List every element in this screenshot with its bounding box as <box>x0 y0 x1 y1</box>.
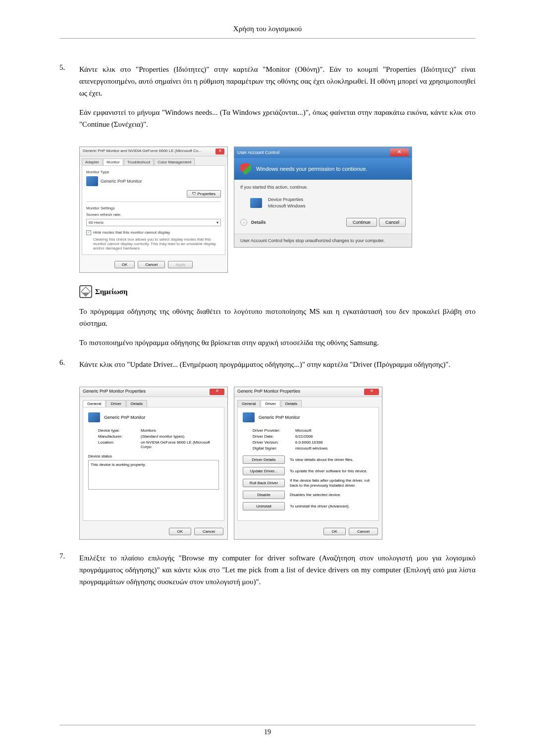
dialog-buttons: OK Cancel <box>80 524 227 539</box>
tab-driver[interactable]: Driver <box>106 400 125 407</box>
continue-button[interactable]: Continue <box>346 218 377 227</box>
location-label: Location: <box>98 440 138 449</box>
hide-modes-description: Clearing this check box allows you to se… <box>93 237 221 251</box>
dropdown-value: 60 Hertz <box>89 220 104 225</box>
screenshots-row-2: Generic PnP Monitor Properties ✕ General… <box>79 387 476 540</box>
provider-label: Driver Provider: <box>253 428 292 433</box>
uac-banner-text: Windows needs your permission to contion… <box>256 166 367 172</box>
driver-details-button[interactable]: Driver Details <box>243 455 285 464</box>
driver-buttons: Driver Details To view details about the… <box>243 455 374 510</box>
note-label: Σημείωση <box>95 288 128 296</box>
dialog-content: Monitor Type Generic PnP Monitor 🛡 Prope… <box>82 165 225 255</box>
tab-details[interactable]: Details <box>281 400 302 407</box>
paragraph: Το πρόγραμμα οδήγησης της οθόνης διαθέτε… <box>79 305 476 329</box>
cancel-button[interactable]: Cancel <box>379 218 406 227</box>
cancel-button[interactable]: Cancel <box>194 528 223 535</box>
uninstall-button[interactable]: Uninstall <box>243 502 285 510</box>
cancel-button[interactable]: Cancel <box>349 528 378 535</box>
version-label: Driver Version: <box>253 440 292 445</box>
monitor-name: Generic PnP Monitor <box>259 415 300 420</box>
device-status-label: Device status <box>88 454 219 458</box>
properties-button[interactable]: 🛡 Properties <box>187 190 221 198</box>
page-number: 19 <box>264 728 271 736</box>
tab-general[interactable]: General <box>237 400 260 407</box>
disable-desc: Disables the selected device. <box>290 493 341 498</box>
ok-button[interactable]: OK <box>114 261 135 268</box>
uac-body-text: If you started this action, continue. <box>240 185 406 190</box>
monitor-type-row: Generic PnP Monitor <box>86 176 221 186</box>
dialog-title: Generic PnP Monitor Properties <box>83 389 146 395</box>
dialog-content: Generic PnP Monitor Driver Provider: Mic… <box>237 407 379 521</box>
chevron-down-icon[interactable]: ⌄ <box>240 219 247 226</box>
date-value: 6/21/2006 <box>295 434 374 439</box>
device-type-label: Device type: <box>98 428 138 433</box>
tab-adapter[interactable]: Adapter <box>82 158 103 165</box>
signer-label: Digital Signer: <box>253 446 292 451</box>
close-icon[interactable]: ✕ <box>390 149 409 156</box>
tab-details[interactable]: Details <box>126 400 147 407</box>
manufacturer-label: Manufacturer: <box>98 434 138 439</box>
hide-modes-checkbox[interactable]: ✓ <box>86 230 91 235</box>
monitor-type-label: Monitor Type <box>86 170 221 174</box>
list-content: Κάντε κλικ στο "Properties (Ιδιότητες)" … <box>79 63 476 138</box>
note-icon <box>79 285 92 298</box>
monitor-name: Generic PnP Monitor <box>101 179 142 184</box>
manufacturer-value: (Standard monitor types) <box>141 434 219 439</box>
shield-icon <box>240 163 251 175</box>
close-icon[interactable]: ✕ <box>215 149 224 154</box>
driver-details-desc: To view details about the driver files. <box>290 457 354 462</box>
update-driver-button[interactable]: Update Driver... <box>243 467 285 475</box>
title-bar: Generic PnP Monitor and NVIDIA GeForce 6… <box>80 147 227 156</box>
rollback-driver-button[interactable]: Roll Back Driver <box>243 479 285 487</box>
date-label: Driver Date: <box>253 434 292 439</box>
uac-banner: Windows needs your permission to contion… <box>234 158 412 180</box>
disable-button[interactable]: Disable <box>243 491 285 499</box>
tab-color-management[interactable]: Color Management <box>154 158 195 165</box>
note-body: Το πρόγραμμα οδήγησης της οθόνης διαθέτε… <box>79 305 476 349</box>
tabs: Adapter Monitor Troubleshoot Color Manag… <box>80 156 227 165</box>
ok-button[interactable]: OK <box>169 528 192 535</box>
dialog-buttons: OK Cancel Apply <box>80 257 227 272</box>
device-status-box: This device is working properly. <box>88 460 219 490</box>
title-bar: Generic PnP Monitor Properties ✕ <box>234 387 382 397</box>
apply-button[interactable]: Apply <box>168 261 193 268</box>
hide-modes-row: ✓ Hide modes that this monitor cannot di… <box>86 230 221 235</box>
close-icon[interactable]: ✕ <box>210 389 224 395</box>
tab-driver[interactable]: Driver <box>261 400 280 407</box>
paragraph: Κάντε κλικ στο "Update Driver... (Ενημέρ… <box>79 358 476 370</box>
monitor-props-driver-dialog: Generic PnP Monitor Properties ✕ General… <box>234 387 382 540</box>
location-value: on NVIDIA GeForce 6600 LE (Microsoft Cor… <box>141 440 219 449</box>
page-footer: 19 <box>59 725 476 736</box>
list-item-7: 7. Επιλέξτε το πλαίσιο επιλογής "Browse … <box>59 552 476 595</box>
details-row: ⌄ Details Continue Cancel <box>240 216 406 229</box>
cancel-button[interactable]: Cancel <box>138 261 165 268</box>
monitor-icon <box>86 176 98 186</box>
tab-troubleshoot[interactable]: Troubleshoot <box>124 158 154 165</box>
dialog-title: Generic PnP Monitor Properties <box>237 389 300 395</box>
monitor-name: Generic PnP Monitor <box>104 415 145 420</box>
list-item-6: 6. Κάντε κλικ στο "Update Driver... (Ενη… <box>59 358 476 378</box>
close-icon[interactable]: ✕ <box>364 389 379 395</box>
tab-monitor[interactable]: Monitor <box>103 158 123 165</box>
paragraph: Εάν εμφανιστεί το μήνυμα "Windows needs.… <box>79 106 476 130</box>
paragraph: Κάντε κλικ στο "Properties (Ιδιότητες)" … <box>79 63 476 99</box>
hide-modes-label: Hide modes that this monitor cannot disp… <box>93 230 170 235</box>
rollback-driver-desc: If the device fails after updating the d… <box>290 478 374 488</box>
monitor-props-general-dialog: Generic PnP Monitor Properties ✕ General… <box>79 387 228 540</box>
dialog-buttons: OK Cancel <box>234 524 382 539</box>
refresh-rate-dropdown[interactable]: 60 Hertz ▾ <box>86 219 221 226</box>
app-name: Device Properties <box>268 197 306 203</box>
monitor-icon <box>243 412 255 422</box>
ok-button[interactable]: OK <box>323 528 346 535</box>
dialog-content: Generic PnP Monitor Device type: Monitor… <box>83 407 224 521</box>
version-value: 6.0.6000.16386 <box>295 440 374 445</box>
details-label[interactable]: Details <box>251 220 266 225</box>
refresh-rate-label: Screen refresh rate: <box>86 212 221 217</box>
properties-button-label: Properties <box>198 192 215 196</box>
monitor-properties-dialog: Generic PnP Monitor and NVIDIA GeForce 6… <box>79 147 228 273</box>
device-type-value: Monitors <box>141 428 219 433</box>
uac-footer: User Account Control helps stop unauthor… <box>234 234 412 247</box>
tab-general[interactable]: General <box>83 400 106 407</box>
list-item-5: 5. Κάντε κλικ στο "Properties (Ιδιότητες… <box>59 63 476 138</box>
uninstall-desc: To uninstall the driver (Advanced). <box>290 504 350 509</box>
